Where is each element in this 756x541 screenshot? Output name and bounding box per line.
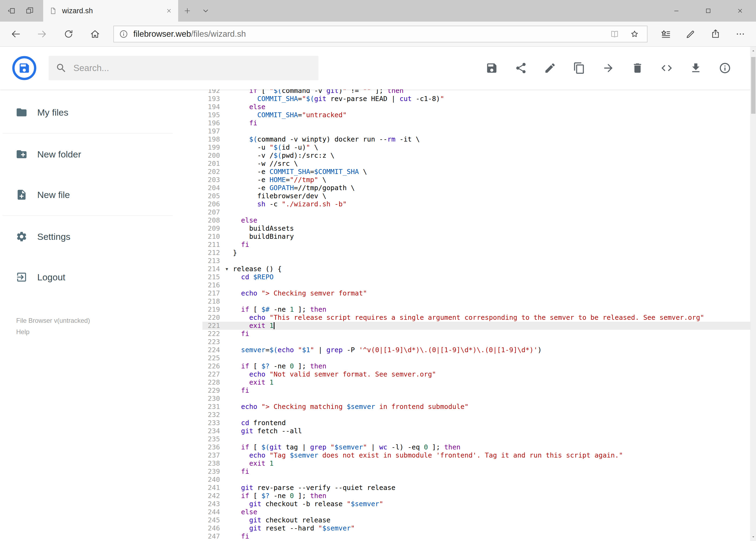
scroll-down-icon[interactable] xyxy=(751,533,756,541)
web-note-button[interactable] xyxy=(678,25,703,43)
code-line-text[interactable]: echo "> Checking matching $semver in fro… xyxy=(233,403,750,411)
code-line-text[interactable]: -e COMMIT_SHA=$COMMIT_SHA \ xyxy=(233,168,750,176)
code-line[interactable]: 245 git checkout release xyxy=(202,516,750,524)
code-line-text[interactable]: -e HOME="//tmp" \ xyxy=(233,176,750,184)
code-line[interactable]: 204 -e GOPATH=//tmp/gopath \ xyxy=(202,184,750,192)
forward-button[interactable] xyxy=(30,25,55,43)
favorite-star-button[interactable] xyxy=(627,26,642,42)
code-line-text[interactable]: if [ $# -ne 1 ]; then xyxy=(233,305,750,313)
search-input[interactable] xyxy=(74,63,312,73)
code-line-text[interactable]: git rev-parse --verify --quiet release xyxy=(233,484,750,492)
code-line-text[interactable]: else xyxy=(233,508,750,516)
code-line-text[interactable]: release () { xyxy=(233,265,750,273)
page-scrollbar[interactable] xyxy=(750,47,756,541)
code-line[interactable]: 232 xyxy=(202,411,750,419)
code-line-text[interactable]: git fetch --all xyxy=(233,427,750,435)
code-line[interactable]: 244 else xyxy=(202,508,750,516)
code-line[interactable]: 229 fi xyxy=(202,386,750,395)
code-line[interactable]: 210 buildBinary xyxy=(202,233,750,241)
code-line-text[interactable]: buildBinary xyxy=(233,233,750,241)
code-line-text[interactable]: else xyxy=(233,216,750,225)
code-line[interactable]: 195 COMMIT_SHA="untracked" xyxy=(202,111,750,119)
sidebar-item-settings[interactable]: Settings xyxy=(0,216,175,257)
code-line-text[interactable] xyxy=(233,395,750,403)
set-tabs-aside-button[interactable] xyxy=(2,0,21,22)
move-button[interactable] xyxy=(602,62,615,74)
code-line[interactable]: 209 buildAssets xyxy=(202,225,750,233)
code-line[interactable]: 217 echo "> Checking semver format" xyxy=(202,289,750,297)
code-line[interactable]: 220 echo "This release script requires a… xyxy=(202,313,750,322)
code-line[interactable]: 205 filebrowser/dev \ xyxy=(202,192,750,200)
code-line[interactable]: 241 git rev-parse --verify --quiet relea… xyxy=(202,484,750,492)
code-line-text[interactable]: COMMIT_SHA="untracked" xyxy=(233,111,750,119)
code-line[interactable]: 225 xyxy=(202,354,750,362)
more-options-button[interactable] xyxy=(728,25,753,43)
code-line-text[interactable] xyxy=(233,338,750,346)
code-line-text[interactable] xyxy=(233,127,750,135)
code-line[interactable]: 211 fi xyxy=(202,241,750,249)
code-line-text[interactable]: filebrowser/dev \ xyxy=(233,192,750,200)
code-line[interactable]: 218 xyxy=(202,297,750,305)
code-line-text[interactable] xyxy=(233,297,750,305)
code-line-text[interactable]: exit 1 xyxy=(233,322,750,330)
fold-marker-icon[interactable]: ▾ xyxy=(226,265,228,273)
code-line-text[interactable]: if [ $(git tag | grep "$semver" | wc -l)… xyxy=(233,443,750,451)
code-line[interactable]: 238 exit 1 xyxy=(202,459,750,467)
sidebar-item-new-folder[interactable]: New folder xyxy=(0,134,175,175)
sidebar-item-new-file[interactable]: New file xyxy=(0,175,175,215)
tabs-preview-button[interactable] xyxy=(21,0,39,22)
code-line[interactable]: 243 git checkout -b release "$semver" xyxy=(202,500,750,508)
site-info-icon[interactable] xyxy=(119,29,128,39)
code-line[interactable]: 247 fi xyxy=(202,532,750,540)
tab-close-icon[interactable] xyxy=(166,8,172,14)
address-bar[interactable]: filebrowser.web/files/wizard.sh xyxy=(114,26,647,42)
code-line[interactable]: 246 git reset --hard "$semver" xyxy=(202,524,750,532)
code-line[interactable]: 207 xyxy=(202,208,750,216)
code-line-text[interactable]: semver=$(echo "$1" | grep -P '^v(0|[1-9]… xyxy=(233,346,750,354)
active-tab[interactable]: wizard.sh xyxy=(43,0,178,22)
code-line[interactable]: 202 -e COMMIT_SHA=$COMMIT_SHA \ xyxy=(202,168,750,176)
code-line-text[interactable]: echo "Not valid semver format. See semve… xyxy=(233,370,750,378)
code-line[interactable]: 242 if [ $? -ne 0 ]; then xyxy=(202,492,750,500)
code-line-text[interactable]: sh -c "./wizard.sh -b" xyxy=(233,200,750,208)
copy-button[interactable] xyxy=(573,62,586,74)
code-line[interactable]: 231 echo "> Checking matching $semver in… xyxy=(202,403,750,411)
code-line[interactable]: 222 fi xyxy=(202,330,750,338)
code-line[interactable]: 194 else xyxy=(202,103,750,111)
code-line-text[interactable] xyxy=(233,435,750,443)
editor-button[interactable] xyxy=(660,62,673,74)
code-line-text[interactable]: -v /$(pwd):/src:z \ xyxy=(233,152,750,160)
code-line-text[interactable] xyxy=(233,476,750,484)
code-line[interactable]: 228 exit 1 xyxy=(202,378,750,386)
reading-view-button[interactable] xyxy=(607,26,622,42)
code-line-text[interactable]: buildAssets xyxy=(233,225,750,233)
close-button[interactable] xyxy=(724,0,756,22)
code-line-text[interactable]: exit 1 xyxy=(233,378,750,386)
code-line-text[interactable]: fi xyxy=(233,119,750,127)
code-line[interactable]: 221 exit 1 xyxy=(202,322,750,330)
code-line-text[interactable]: if [ $? -ne 0 ]; then xyxy=(233,492,750,500)
code-line-text[interactable] xyxy=(233,208,750,216)
code-line-text[interactable]: } xyxy=(233,249,750,257)
code-line-text[interactable]: echo "Tag $semver does not exist in subm… xyxy=(233,451,750,459)
code-line-text[interactable]: git reset --hard "$semver" xyxy=(233,524,750,532)
code-line-text[interactable]: fi xyxy=(233,330,750,338)
code-line[interactable]: 197 xyxy=(202,127,750,135)
code-line-text[interactable]: cd frontend xyxy=(233,419,750,427)
code-line-text[interactable]: -w //src \ xyxy=(233,160,750,168)
info-button[interactable] xyxy=(719,62,731,74)
sidebar-item-logout[interactable]: Logout xyxy=(0,257,175,297)
code-line[interactable]: 200 -v /$(pwd):/src:z \ xyxy=(202,152,750,160)
code-line[interactable]: 193 COMMIT_SHA="$(git rev-parse HEAD | c… xyxy=(202,95,750,103)
sidebar-item-my-files[interactable]: My files xyxy=(0,92,175,133)
code-line-text[interactable]: echo "> Checking semver format" xyxy=(233,289,750,297)
code-line-text[interactable]: git checkout release xyxy=(233,516,750,524)
code-line[interactable]: 237 echo "Tag $semver does not exist in … xyxy=(202,451,750,459)
maximize-button[interactable] xyxy=(692,0,724,22)
share-button[interactable] xyxy=(703,25,728,43)
code-line[interactable]: 213 xyxy=(202,257,750,265)
code-line-text[interactable] xyxy=(233,354,750,362)
rename-button[interactable] xyxy=(544,62,556,74)
save-button[interactable] xyxy=(486,62,498,74)
code-line[interactable]: 233 cd frontend xyxy=(202,419,750,427)
